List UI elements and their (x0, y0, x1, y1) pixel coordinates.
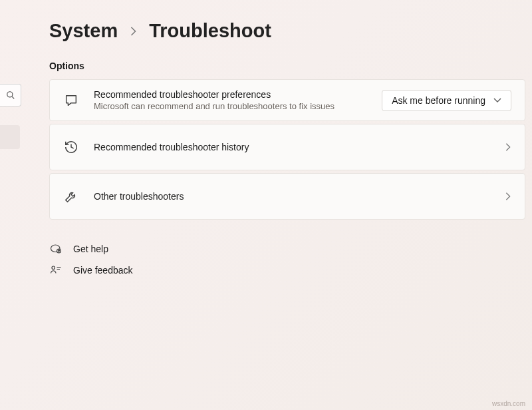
chevron-right-icon (505, 142, 511, 152)
nav-selected-indicator (0, 125, 20, 149)
card-subtitle: Microsoft can recommend and run troubles… (94, 101, 367, 111)
chevron-right-icon (505, 192, 511, 201)
chat-icon (63, 93, 79, 108)
link-get-help[interactable]: ? Get help (49, 238, 525, 260)
svg-point-0 (7, 92, 12, 97)
search-icon (6, 91, 15, 100)
svg-line-1 (12, 97, 14, 99)
card-other-troubleshooters[interactable]: Other troubleshooters (49, 173, 525, 220)
wrench-icon (63, 188, 79, 204)
chevron-right-icon (130, 26, 137, 37)
svg-point-5 (52, 266, 55, 270)
link-give-feedback[interactable]: Give feedback (49, 260, 525, 281)
watermark: wsxdn.com (492, 400, 525, 407)
breadcrumb: System Troubleshoot (49, 20, 525, 42)
breadcrumb-parent[interactable]: System (49, 20, 118, 42)
history-icon (63, 139, 79, 155)
link-label: Get help (73, 244, 108, 254)
card-title: Recommended troubleshooter preferences (94, 89, 367, 100)
feedback-icon (49, 264, 63, 277)
troubleshooter-pref-dropdown[interactable]: Ask me before running (382, 90, 511, 111)
dropdown-value: Ask me before running (392, 95, 485, 106)
section-label-options: Options (49, 61, 525, 71)
breadcrumb-current: Troubleshoot (149, 20, 271, 42)
chevron-down-icon (493, 97, 501, 104)
card-title: Recommended troubleshooter history (94, 142, 490, 152)
help-icon: ? (49, 242, 63, 256)
card-title: Other troubleshooters (94, 191, 490, 202)
search-button[interactable] (0, 84, 21, 106)
card-troubleshooter-preferences: Recommended troubleshooter preferences M… (49, 79, 525, 121)
link-label: Give feedback (73, 265, 133, 276)
card-troubleshooter-history[interactable]: Recommended troubleshooter history (49, 124, 525, 170)
